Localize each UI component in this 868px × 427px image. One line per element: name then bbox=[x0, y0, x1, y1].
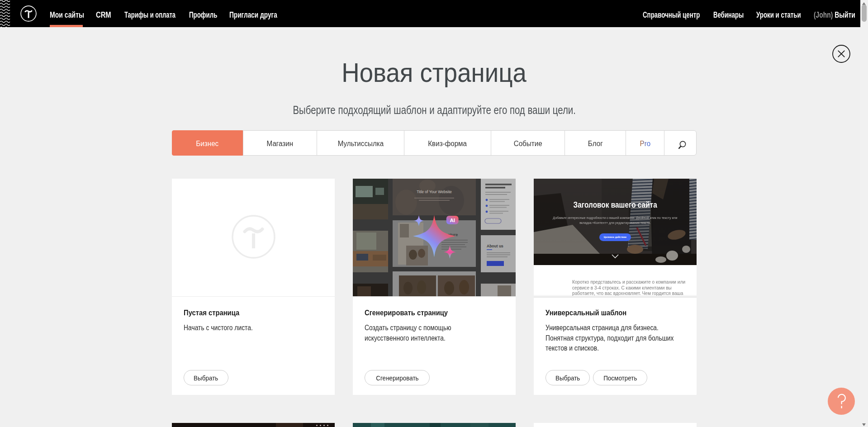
svg-text:About us: About us bbox=[487, 244, 503, 248]
svg-text:AI: AI bbox=[450, 218, 455, 223]
svg-text:Title of Your Website: Title of Your Website bbox=[417, 190, 452, 194]
